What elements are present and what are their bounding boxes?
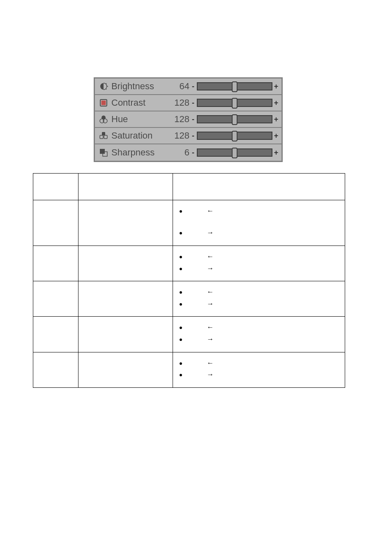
brightness-icon (97, 81, 110, 91)
row-desc: Adjust the hue of the image. (78, 281, 173, 317)
minus-sign: - (190, 132, 196, 140)
svg-line-1 (106, 83, 107, 84)
table-row: Hue Adjust the hue of the image. ●Press … (33, 281, 345, 317)
bullet-icon: ● (178, 323, 184, 331)
plus-sign: + (273, 132, 279, 140)
osd-row-brightness: Brightness 64 - + (95, 79, 281, 95)
arrow-left-icon: ← (207, 253, 214, 260)
arrow-right-icon: → (207, 335, 214, 343)
ctrl-line: Press ← to decrease the hue of the image… (187, 287, 340, 297)
bullet-icon: ● (178, 335, 184, 343)
bullet-icon: ● (178, 288, 184, 296)
osd-label: Contrast (110, 97, 171, 108)
arrow-right-icon: → (207, 371, 214, 378)
table-row: Saturation Adjust the saturation of the … (33, 317, 345, 352)
ctrl-line: Press → to increase the saturation of th… (187, 334, 340, 345)
ctrl-line: Press → to increase the contrast of the … (187, 264, 340, 274)
svg-point-7 (101, 116, 106, 120)
osd-value: 128 (171, 130, 190, 141)
row-ctrl: ●Press ← to decrease the contrast of the… (173, 246, 345, 281)
osd-row-sharpness: Sharpness 6 - + (95, 144, 281, 161)
hue-icon (97, 114, 110, 124)
minus-sign: - (190, 148, 196, 157)
bullet-icon: ● (178, 371, 184, 379)
osd-label: Saturation (110, 130, 171, 141)
osd-value: 64 (171, 81, 190, 92)
arrow-left-icon: ← (207, 288, 214, 296)
minus-sign: - (190, 82, 196, 91)
table-row: Brightness Adjust the brightness of the … (33, 200, 345, 246)
section-title: Video (33, 51, 70, 67)
arrow-right-icon: → (207, 229, 214, 236)
ctrl-line: Press ← to decrease the contrast of the … (187, 252, 340, 262)
bullet-icon: ● (178, 253, 184, 261)
th-ctrl: CONTROL (173, 174, 345, 200)
osd-value: 128 (171, 97, 190, 108)
ctrl-line: Press ← to decrease the brightness of th… (187, 206, 340, 226)
bullet-icon: ● (178, 207, 184, 215)
slider-thumb[interactable] (232, 148, 238, 158)
osd-label: Hue (110, 114, 171, 125)
contrast-icon (97, 98, 110, 108)
slider-thumb[interactable] (232, 81, 238, 92)
osd-value: 128 (171, 114, 190, 125)
th-desc: DESCRIPTION (78, 174, 173, 200)
bullet-icon: ● (178, 359, 184, 367)
row-item: Brightness (33, 200, 78, 246)
svg-rect-11 (100, 149, 105, 154)
bullet-icon: ● (178, 300, 184, 308)
row-desc: Adjust the sharpness of the image. (78, 352, 173, 387)
row-desc: Adjust the saturation of the image. (78, 317, 173, 352)
svg-line-2 (106, 89, 107, 90)
row-desc: Adjust the contrast of the image. (78, 246, 173, 281)
slider-track[interactable] (197, 115, 272, 123)
video-settings-table: ITEM DESCRIPTION CONTROL Brightness Adju… (33, 173, 345, 388)
slider-thumb[interactable] (232, 98, 238, 109)
slider-track[interactable] (197, 132, 272, 140)
th-item: ITEM (33, 174, 78, 200)
svg-rect-8 (100, 135, 103, 139)
page-number: 26 (346, 30, 355, 40)
svg-rect-10 (102, 132, 105, 135)
arrow-left-icon: ← (207, 207, 214, 215)
sharpness-icon (97, 148, 110, 158)
osd-label: Brightness (110, 81, 171, 92)
plus-sign: + (273, 115, 279, 124)
slider-track[interactable] (197, 148, 272, 157)
minus-sign: - (190, 99, 196, 107)
arrow-right-icon: → (207, 300, 214, 308)
table-row: Contrast Adjust the contrast of the imag… (33, 246, 345, 281)
row-ctrl: ●Press ← to decrease the hue of the imag… (173, 281, 345, 317)
slider-track[interactable] (197, 99, 272, 107)
row-item: Sharpness (33, 352, 78, 387)
slider-thumb[interactable] (232, 114, 238, 125)
arrow-right-icon: → (207, 264, 214, 272)
row-item: Contrast (33, 246, 78, 281)
ctrl-line: Press ← to decrease the sharpness. (187, 358, 340, 368)
saturation-icon (97, 131, 110, 141)
row-ctrl: ●Press ← to decrease the brightness of t… (173, 200, 345, 246)
ctrl-line: Press → to increase the hue of the image… (187, 299, 340, 309)
bullet-icon: ● (178, 229, 184, 237)
table-row: Sharpness Adjust the sharpness of the im… (33, 352, 345, 387)
row-item: Hue (33, 281, 78, 317)
row-ctrl: ●Press ← to decrease the sharpness. ●Pre… (173, 352, 345, 387)
osd-row-hue: Hue 128 - + (95, 111, 281, 128)
osd-row-saturation: Saturation 128 - + (95, 128, 281, 144)
ctrl-line: Press ← to decrease the saturation of th… (187, 322, 340, 333)
row-desc: Adjust the brightness of the image. (78, 200, 173, 246)
slider-track[interactable] (197, 82, 272, 90)
ctrl-line: Press → to increase the brightness of th… (187, 228, 340, 238)
arrow-left-icon: ← (207, 359, 214, 367)
osd-row-contrast: Contrast 128 - + (95, 95, 281, 111)
minus-sign: - (190, 115, 196, 124)
svg-rect-4 (101, 101, 106, 105)
slider-thumb[interactable] (232, 131, 238, 141)
ctrl-line: Press → to increase the sharpness. (187, 370, 340, 380)
osd-panel: Brightness 64 - + Contrast 128 - + Hue (94, 77, 283, 162)
plus-sign: + (273, 148, 279, 157)
plus-sign: + (273, 82, 279, 91)
osd-label: Sharpness (110, 147, 171, 158)
osd-value: 6 (171, 147, 190, 158)
plus-sign: + (273, 99, 279, 107)
